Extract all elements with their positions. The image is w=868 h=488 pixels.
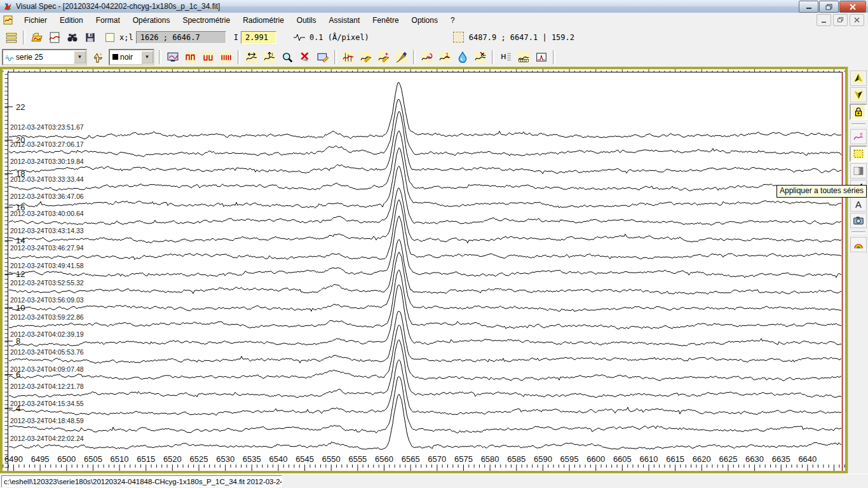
normalize-button[interactable]: 1 [437,49,453,65]
mdi-close-button[interactable] [850,14,864,26]
display-button[interactable] [165,49,181,65]
zoom-icon [281,51,293,63]
series-timestamp: 2012-03-24T04:15:34.55 [10,400,84,407]
series-timestamp: 2012-03-24T03:27:06.17 [10,140,84,148]
menu-options[interactable]: Options [405,14,444,27]
spectrum-trace [9,240,841,294]
serie-select[interactable]: serie 25 ▼ [2,49,87,65]
coord-checkbox-label: x;l [119,33,133,42]
save-button[interactable] [82,29,98,46]
shift-horizontal-button[interactable] [243,49,260,65]
coord-checkbox[interactable] [105,33,114,42]
x-axis-label: 6635 [772,454,790,464]
series-timestamp: 2012-03-24T04:09:07.48 [10,365,84,373]
continuum-1-icon [185,51,196,63]
continuum-1-button[interactable] [182,49,199,65]
separator [238,50,240,64]
separator [492,50,494,64]
lock-button[interactable] [850,104,867,120]
menu-oprations[interactable]: Opérations [126,14,177,27]
x-axis-label: 6575 [454,454,473,464]
series-timestamp: 2012-03-24T03:33:33.44 [10,175,84,183]
app-logo-icon [3,1,13,11]
selection-region-button[interactable] [850,146,867,162]
arrow-up-button[interactable] [850,71,867,86]
series-toolbar: serie 25 ▼ noir ▼ t1H [0,47,868,67]
series-list-button[interactable] [3,29,20,46]
series-timestamp: 2012-03-24T04:05:53.76 [10,348,84,356]
smooth-button[interactable] [419,49,435,65]
x-axis-label: 6510 [111,454,129,464]
separator [851,123,865,126]
spectrum-trace [9,340,841,398]
apply-hand-button[interactable] [90,49,106,65]
mdi-minimize-button[interactable] [817,14,831,26]
menu-assistant[interactable]: Assistant [323,14,367,27]
line-ident-button[interactable] [340,49,356,65]
menu-fentre[interactable]: Fenêtre [366,14,405,27]
display-icon [167,51,179,63]
svg-text:t: t [271,51,273,56]
continuum-3-button[interactable] [218,49,234,65]
mdi-restore-icon [837,17,843,23]
color-chip-black [112,54,118,60]
crop-marks-button[interactable] [472,49,489,65]
menu-outils[interactable]: Outils [290,14,323,27]
shift-vertical-button[interactable]: t [261,49,278,65]
menu-spectromtrie[interactable]: Spectrométrie [176,14,236,27]
gradient-button[interactable] [850,163,867,179]
text-tool-button[interactable]: A [850,196,867,212]
window-title: Visual Spec - [20120324-042202-chcyg-1x1… [16,2,220,11]
menu-format[interactable]: Format [90,14,126,27]
series-timestamp: 2012-03-24T04:22:02.24 [10,435,84,442]
calibration-button[interactable] [515,49,532,65]
series-timestamp: 2012-03-24T04:12:21.78 [10,383,84,390]
x-axis-label: 6525 [190,454,208,464]
normalize-icon: 1 [439,51,451,63]
spectrum-trace [9,99,841,156]
profile-c-button[interactable]: c [850,129,867,144]
spectrum-trace [9,311,841,363]
continuum-2-button[interactable] [200,49,217,65]
series-timestamp: 2012-03-24T03:40:00.64 [10,210,84,217]
rainbow-button[interactable] [850,237,867,252]
draw-button[interactable] [358,49,374,65]
draw-new-button[interactable] [376,49,392,65]
close-button[interactable] [839,1,866,13]
delete-button[interactable] [297,49,313,65]
spectra-plot[interactable]: 2220181614121086464906495650065056510651… [0,67,848,473]
mdi-restore-button[interactable] [833,14,848,26]
camera-button[interactable] [850,213,867,228]
gradient-icon [853,165,864,177]
menu-help[interactable]: ? [444,14,461,27]
zoom-button[interactable] [279,49,295,65]
reference-spectrum-button[interactable] [46,29,63,46]
camera-icon [853,215,864,226]
svg-text:A: A [855,200,861,210]
erase-button[interactable] [393,49,410,65]
dispersion-value: 0.1 (Å/pixel) [309,33,369,42]
arrow-down-button[interactable] [850,87,867,102]
water-drop-button[interactable] [454,49,471,65]
intensity-label: I [234,33,238,42]
continuum-3-icon [220,51,232,63]
shift-horizontal-icon [246,51,257,63]
menu-fichier[interactable]: Fichier [18,14,53,27]
line-ident-icon [342,51,354,63]
search-binoculars-button[interactable] [64,29,81,46]
spectrum-trace [9,111,841,173]
menu-edition[interactable]: Edition [53,14,90,27]
edit-display-button[interactable] [315,49,331,65]
restore-button[interactable] [819,1,839,13]
minimize-button[interactable] [799,1,818,13]
serie-select-arrow-icon[interactable]: ▼ [74,51,86,64]
color-select-arrow-icon[interactable]: ▼ [141,51,153,64]
element-lines-button[interactable]: H [498,49,514,65]
continuum-2-icon [203,51,214,63]
profile-frame-button[interactable] [533,49,550,65]
open-spectrum-button[interactable] [29,29,45,46]
minimize-icon [806,4,812,10]
color-select[interactable]: noir ▼ [109,49,154,65]
menu-radiomtrie[interactable]: Radiométrie [236,14,290,27]
calibration-icon [518,51,529,63]
